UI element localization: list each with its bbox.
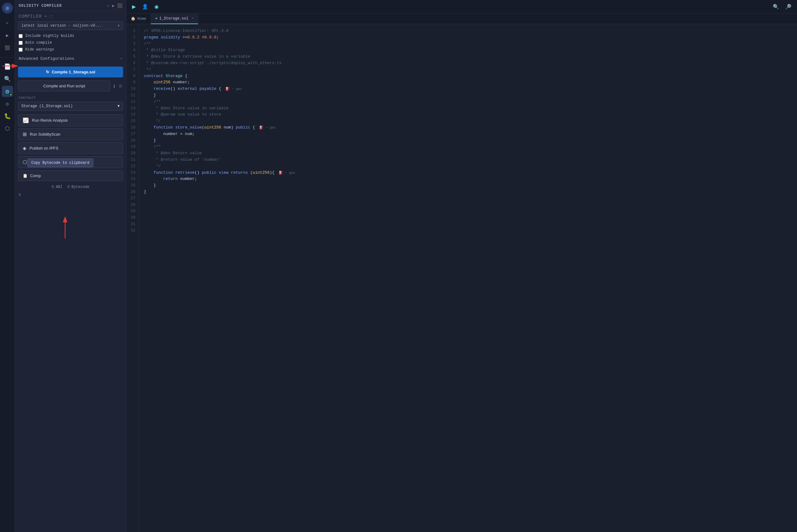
bytecode-label: Bytecode	[72, 185, 90, 189]
sidebar-header: SOLIDITY COMPILER ✓ ▶ ⬛	[15, 0, 126, 11]
contract-selector[interactable]: Storage (1_Storage.sol) ▼	[18, 101, 123, 111]
code-editor: 1234567891011121314151617181920212223242…	[126, 24, 797, 532]
contract-section-label: CONTRACT	[15, 94, 126, 101]
publish-swarm-label: Publish on Swarm	[30, 160, 62, 165]
tab-label: 1_Storage.sol	[159, 16, 188, 21]
ipfs-icon: ◈	[23, 145, 26, 151]
publish-swarm-button[interactable]: ⬡ Publish on Swarm	[18, 156, 123, 168]
remix-analysis-icon: 📈	[23, 117, 29, 123]
version-selector[interactable]: latest local version - soljson-v0... ▼	[18, 21, 123, 30]
solidity-scan-icon: ⊞	[23, 131, 27, 137]
include-nightly-row[interactable]: Include nightly builds	[15, 33, 126, 39]
arrow-right-icon[interactable]: ▶	[2, 30, 13, 41]
contract-caret: ▼	[117, 104, 120, 108]
code-line: function retrieve() public view returns …	[144, 170, 792, 176]
publish-ipfs-label: Publish on IPFS	[30, 146, 58, 151]
code-line: }	[144, 189, 792, 195]
search-icon[interactable]: 🔍	[2, 73, 13, 84]
bytecode-copy-icon: ⎘	[68, 185, 70, 189]
code-line: }	[144, 183, 792, 189]
publish-ipfs-button[interactable]: ◈ Publish on IPFS	[18, 142, 123, 154]
code-line: */	[144, 118, 792, 125]
zoom-in-button[interactable]: 🔎	[783, 2, 793, 11]
compiler-section-label: COMPILER + ⬚	[15, 11, 126, 20]
run-solidity-scan-button[interactable]: ⊞ Run SolidityScan	[18, 128, 123, 140]
run-button[interactable]: ▶	[130, 2, 138, 11]
compile-run-label: Compile and Run script	[43, 83, 85, 88]
tab-close-icon[interactable]: ×	[192, 17, 194, 20]
auto-compile-row[interactable]: Auto compile	[15, 39, 126, 46]
version-value: latest local version - soljson-v0...	[21, 23, 102, 28]
auto-compile-label: Auto compile	[25, 41, 52, 45]
compiler-label-text: COMPILER	[19, 14, 42, 19]
code-line: * @custom:dev-run-script ./scripts/deplo…	[144, 60, 792, 66]
sidebar-panel: SOLIDITY COMPILER ✓ ▶ ⬛ COMPILER + ⬚ lat…	[15, 0, 126, 532]
code-line: }	[144, 92, 792, 99]
compile-run-button[interactable]: Compile and Run script	[18, 80, 110, 91]
panels-header-icon[interactable]: ⬛	[117, 3, 123, 8]
code-content[interactable]: // SPDX-License-Identifier: GPL-3.0pragm…	[139, 24, 797, 532]
user-button[interactable]: 👤	[140, 2, 150, 11]
code-line: */	[144, 163, 792, 170]
code-line: * @dev Store & retrieve value in a varia…	[144, 54, 792, 60]
bytecode-button[interactable]: ⎘ Bytecode	[68, 185, 90, 189]
run-solidity-scan-label: Run SolidityScan	[30, 132, 60, 136]
code-line: // SPDX-License-Identifier: GPL-3.0	[144, 28, 792, 34]
remix-logo[interactable]: ◎	[2, 2, 13, 14]
abi-label: ABI	[56, 185, 62, 189]
advanced-chevron-icon: ›	[120, 56, 123, 61]
code-line: }	[144, 137, 792, 144]
activity-bar: ◎ ✓ ▶ ⬛ 📄 🔍 ⚙ ◇ 🐛 ⬡	[0, 0, 15, 532]
code-line: function store_value(uint256 num) public…	[144, 125, 792, 131]
play-header-icon[interactable]: ▶	[112, 3, 115, 8]
files-icon[interactable]: 📄	[2, 61, 13, 72]
compiler-icon[interactable]: ⚙	[2, 86, 13, 97]
tab-bar: 🏠 Home ⎈ 1_Storage.sol ×	[126, 14, 797, 24]
abi-bytecode-row: ⎘ ABI ⎘ Bytecode	[15, 183, 126, 192]
code-line: pragma solidity >=0.8.2 <0.9.0;	[144, 34, 792, 41]
external-compiler-icon[interactable]: ⬚	[50, 14, 53, 19]
abi-button[interactable]: ⎘ ABI	[52, 185, 62, 189]
code-line: contract Storage {	[144, 73, 792, 80]
toggle-button[interactable]: ◉	[152, 2, 161, 11]
compile-button[interactable]: ↻ Compile 1_Storage.sol	[18, 66, 123, 77]
version-caret: ▼	[118, 24, 120, 27]
compile-metadata-label: Comp	[30, 173, 41, 178]
compile-metadata-button[interactable]: 📋 Comp	[18, 170, 123, 181]
code-line: return number;	[144, 176, 792, 183]
compile-run-copy-icon[interactable]: ⎘	[118, 82, 123, 90]
plugin-icon[interactable]: ⬡	[2, 123, 13, 134]
run-remix-analysis-button[interactable]: 📈 Run Remix Analysis	[18, 114, 123, 126]
panels-icon[interactable]: ⬛	[2, 42, 13, 53]
code-line: */	[144, 66, 792, 73]
zoom-out-button[interactable]: 🔍	[771, 2, 781, 11]
hide-warnings-checkbox[interactable]	[19, 48, 23, 52]
check-header-icon[interactable]: ✓	[107, 3, 109, 8]
abi-copy-icon: ⎘	[52, 185, 54, 189]
debug-icon[interactable]: 🐛	[2, 111, 13, 122]
auto-compile-checkbox[interactable]	[19, 41, 23, 45]
code-line: /**	[144, 99, 792, 105]
check-icon[interactable]: ✓	[2, 17, 13, 28]
code-line: receive() external payable { ⛽ − gas	[144, 86, 792, 92]
code-line: * @dev Store value in variable	[144, 105, 792, 112]
tab-home[interactable]: 🏠 Home	[126, 14, 151, 24]
home-icon: 🏠	[131, 16, 135, 21]
tab-storage-sol[interactable]: ⎈ 1_Storage.sol ×	[151, 14, 198, 24]
run-remix-analysis-label: Run Remix Analysis	[32, 118, 68, 122]
advanced-configurations-label: Advanced Configurations	[19, 56, 74, 61]
main-area: ▶ 👤 ◉ 🔍 🔎 🏠 Home ⎈ 1_Storage.sol × 12345…	[126, 0, 797, 532]
hide-warnings-label: Hide warnings	[25, 48, 54, 52]
code-line: uint256 number;	[144, 79, 792, 86]
sol-file-icon: ⎈	[155, 16, 158, 21]
compile-run-info-icon[interactable]: ℹ	[112, 82, 116, 90]
add-compiler-icon[interactable]: +	[44, 14, 47, 19]
code-line: * @return value of 'number'	[144, 157, 792, 163]
deploy-icon[interactable]: ◇	[2, 98, 13, 109]
code-line: * @dev Return value	[144, 150, 792, 157]
sidebar-header-icons: ✓ ▶ ⬛	[107, 3, 123, 8]
code-line: * @param num value to store	[144, 112, 792, 118]
include-nightly-checkbox[interactable]	[19, 34, 23, 38]
hide-warnings-row[interactable]: Hide warnings	[15, 46, 126, 53]
advanced-configurations-row[interactable]: Advanced Configurations ›	[15, 53, 126, 64]
